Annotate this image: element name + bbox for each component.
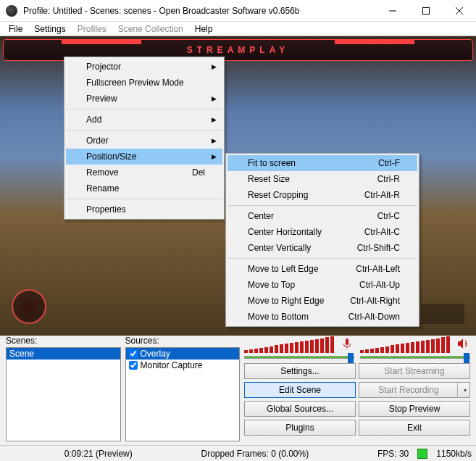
- scenes-label: Scenes:: [6, 336, 121, 346]
- chevron-right-icon: ▶: [212, 116, 217, 123]
- menu-item[interactable]: Preview▶: [66, 91, 222, 107]
- maximize-button[interactable]: [409, 0, 443, 22]
- source-checkbox[interactable]: [129, 349, 138, 358]
- volume-sliders: [244, 356, 470, 359]
- edit-scene-button[interactable]: Edit Scene: [244, 382, 356, 398]
- source-checkbox[interactable]: [129, 361, 138, 370]
- bottom-panels: Scenes: Scene Sources: OverlayMonitor Ca…: [6, 336, 470, 441]
- list-item[interactable]: Monitor Capture: [126, 360, 240, 371]
- sources-listbox[interactable]: OverlayMonitor Capture: [125, 347, 241, 441]
- list-item[interactable]: Overlay: [126, 348, 240, 360]
- status-time: 0:09:21 (Preview): [64, 449, 133, 459]
- status-bitrate: 1150kb/s: [436, 449, 472, 459]
- mic-volume-slider[interactable]: [244, 356, 354, 359]
- menu-item[interactable]: Order▶: [66, 133, 222, 149]
- minimize-button[interactable]: [376, 0, 409, 22]
- titlebar: Profile: Untitled - Scenes: scenes - Ope…: [0, 0, 476, 22]
- start-streaming-button[interactable]: Start Streaming: [359, 363, 470, 379]
- vu-meters: [244, 336, 470, 353]
- status-bar: 0:09:21 (Preview) Dropped Frames: 0 (0.0…: [0, 445, 476, 461]
- mic-icon[interactable]: [341, 338, 353, 352]
- menu-item[interactable]: Projector▶: [66, 59, 222, 75]
- bitrate-indicator: [417, 449, 427, 459]
- settings-button[interactable]: Settings...: [244, 363, 356, 379]
- context-menu-position-size: Fit to screenCtrl-FReset SizeCtrl-RReset…: [225, 153, 419, 327]
- overlay-brand: STREAMPLAY: [187, 45, 290, 55]
- chevron-right-icon: ▶: [212, 137, 217, 144]
- menu-file[interactable]: File: [3, 22, 28, 36]
- controls-panel: Settings... Start Streaming Edit Scene S…: [244, 336, 470, 441]
- menu-item[interactable]: CenterCtrl-C: [227, 208, 417, 224]
- menu-item[interactable]: Center HorizontallyCtrl-Alt-C: [227, 224, 417, 240]
- menu-item[interactable]: Move to Right EdgeCtrl-Alt-Right: [227, 293, 417, 309]
- menu-item[interactable]: Add▶: [66, 112, 222, 128]
- chevron-right-icon: ▶: [212, 63, 217, 70]
- speaker-icon[interactable]: [457, 338, 470, 352]
- menu-help[interactable]: Help: [189, 22, 219, 36]
- close-button[interactable]: [443, 0, 476, 22]
- desktop-volume-slider[interactable]: [360, 356, 470, 359]
- menu-item[interactable]: Reset SizeCtrl-R: [227, 171, 417, 187]
- scenes-panel: Scenes: Scene: [6, 336, 121, 441]
- chevron-right-icon: ▶: [212, 95, 217, 102]
- menubar: File Settings Profiles Scene Collection …: [0, 22, 476, 36]
- menu-item[interactable]: Move to BottomCtrl-Alt-Down: [227, 309, 417, 325]
- menu-item[interactable]: Move to TopCtrl-Alt-Up: [227, 277, 417, 293]
- plugins-button[interactable]: Plugins: [244, 420, 356, 436]
- hud-radar: [12, 289, 46, 324]
- menu-item[interactable]: Reset CroppingCtrl-Alt-R: [227, 187, 417, 203]
- stop-preview-button[interactable]: Stop Preview: [359, 401, 470, 417]
- app-icon: [6, 5, 17, 17]
- menu-item[interactable]: Properties: [66, 202, 222, 217]
- context-menu-main: Projector▶Fullscreen Preview ModePreview…: [64, 57, 225, 220]
- menu-item[interactable]: Position/Size▶: [66, 149, 222, 165]
- list-item[interactable]: Scene: [7, 348, 120, 360]
- sources-panel: Sources: OverlayMonitor Capture: [125, 336, 241, 441]
- menu-item[interactable]: Move to Left EdgeCtrl-Alt-Left: [227, 261, 417, 277]
- button-grid: Settings... Start Streaming Edit Scene S…: [244, 363, 470, 436]
- svg-rect-0: [423, 7, 430, 14]
- chevron-down-icon[interactable]: ▾: [464, 387, 467, 394]
- window-title: Profile: Untitled - Scenes: scenes - Ope…: [23, 6, 376, 16]
- menu-scene-collection[interactable]: Scene Collection: [112, 22, 189, 36]
- scenes-listbox[interactable]: Scene: [6, 347, 121, 441]
- menu-item[interactable]: Fullscreen Preview Mode: [66, 75, 222, 91]
- menu-profiles[interactable]: Profiles: [72, 22, 112, 36]
- exit-button[interactable]: Exit: [359, 420, 470, 436]
- menu-settings[interactable]: Settings: [28, 22, 71, 36]
- menu-item[interactable]: Center VerticallyCtrl-Shift-C: [227, 240, 417, 256]
- start-recording-button[interactable]: Start Recording▾: [359, 382, 470, 398]
- global-sources-button[interactable]: Global Sources...: [244, 401, 356, 417]
- sources-label: Sources:: [125, 336, 241, 346]
- status-dropped: Dropped Frames: 0 (0.00%): [201, 449, 309, 459]
- chevron-right-icon: ▶: [212, 153, 217, 160]
- status-fps: FPS: 30: [377, 449, 409, 459]
- menu-item[interactable]: RemoveDel: [66, 165, 222, 180]
- menu-item[interactable]: Rename: [66, 180, 222, 196]
- menu-item[interactable]: Fit to screenCtrl-F: [227, 155, 417, 171]
